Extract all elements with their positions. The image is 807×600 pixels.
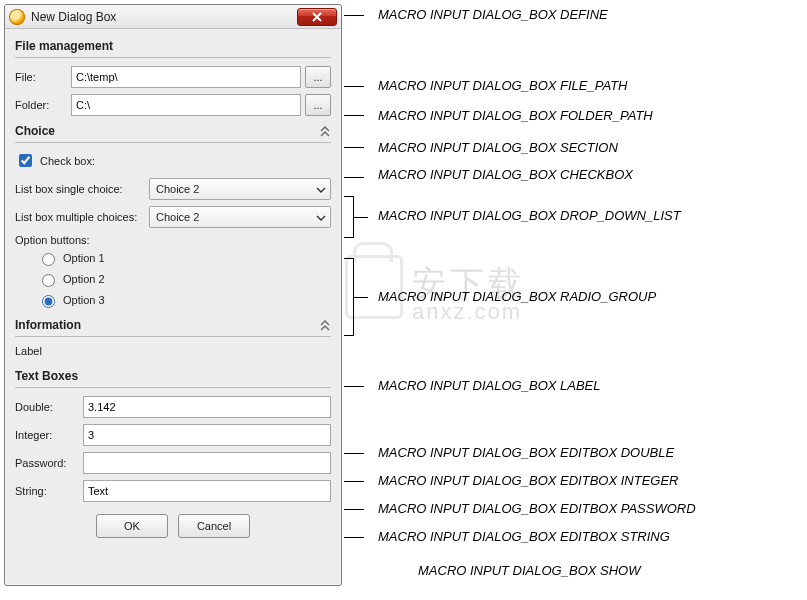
anno-radio-group: MACRO INPUT DIALOG_BOX RADIO_GROUP: [378, 289, 656, 304]
anno-define: MACRO INPUT DIALOG_BOX DEFINE: [378, 7, 608, 22]
anno-dropdown: MACRO INPUT DIALOG_BOX DROP_DOWN_LIST: [378, 208, 681, 223]
anno-editbox-string: MACRO INPUT DIALOG_BOX EDITBOX STRING: [378, 529, 670, 544]
anno-editbox-integer: MACRO INPUT DIALOG_BOX EDITBOX INTEGER: [378, 473, 679, 488]
anno-file-path: MACRO INPUT DIALOG_BOX FILE_PATH: [378, 78, 627, 93]
anno-checkbox: MACRO INPUT DIALOG_BOX CHECKBOX: [378, 167, 633, 182]
anno-label: MACRO INPUT DIALOG_BOX LABEL: [378, 378, 601, 393]
annotations-layer: MACRO INPUT DIALOG_BOX DEFINE MACRO INPU…: [0, 0, 807, 600]
anno-section: MACRO INPUT DIALOG_BOX SECTION: [378, 140, 618, 155]
anno-show: MACRO INPUT DIALOG_BOX SHOW: [418, 563, 640, 578]
anno-folder-path: MACRO INPUT DIALOG_BOX FOLDER_PATH: [378, 108, 653, 123]
anno-editbox-double: MACRO INPUT DIALOG_BOX EDITBOX DOUBLE: [378, 445, 674, 460]
anno-editbox-password: MACRO INPUT DIALOG_BOX EDITBOX PASSWORD: [378, 501, 696, 516]
